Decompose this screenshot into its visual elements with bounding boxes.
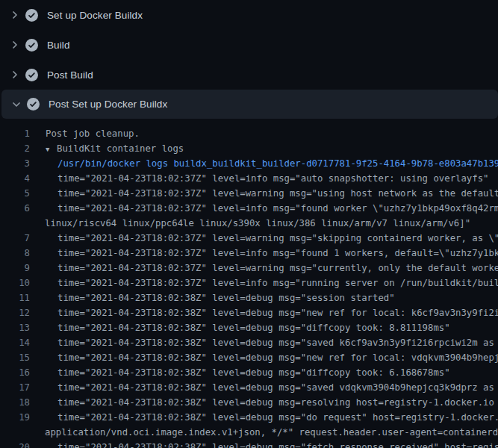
line-number[interactable]: 19 — [0, 410, 30, 425]
log-line-content: time="2021-04-23T18:02:38Z" level=debug … — [30, 320, 450, 335]
log-line-content: time="2021-04-23T18:02:38Z" level=debug … — [30, 440, 498, 448]
log-line-content: time="2021-04-23T18:02:37Z" level=info m… — [30, 201, 498, 216]
log-line-content: /usr/bin/docker logs buildx_buildkit_bui… — [30, 156, 498, 171]
chevron-down-icon — [10, 99, 22, 111]
line-number[interactable]: 11 — [0, 290, 30, 305]
step-header-set-up-docker-buildx[interactable]: Set up Docker Buildx — [0, 0, 498, 30]
log-line: 11time="2021-04-23T18:02:38Z" level=debu… — [0, 290, 498, 305]
log-line: 8time="2021-04-23T18:02:37Z" level=info … — [0, 246, 498, 261]
chevron-right-icon — [9, 39, 21, 51]
log-text: time="2021-04-23T18:02:38Z" level=debug … — [57, 323, 450, 333]
line-number[interactable]: 12 — [0, 305, 30, 320]
line-number[interactable]: 20 — [0, 440, 30, 448]
line-number — [0, 425, 30, 440]
log-line: 1Post job cleanup. — [0, 126, 498, 141]
log-text: time="2021-04-23T18:02:37Z" level=info m… — [57, 278, 498, 288]
line-number[interactable]: 4 — [0, 171, 30, 186]
chevron-right-icon — [9, 9, 21, 21]
log-line-content: time="2021-04-23T18:02:38Z" level=debug … — [30, 365, 450, 380]
step-label: Post Build — [47, 69, 93, 81]
step-header-post-set-up-docker-buildx[interactable]: Post Set up Docker Buildx — [1, 90, 498, 119]
line-number[interactable]: 5 — [0, 186, 30, 201]
log-line: 18time="2021-04-23T18:02:38Z" level=debu… — [0, 395, 498, 410]
log-text: linux/riscv64 linux/ppc64le linux/s390x … — [45, 218, 470, 228]
log-line-content: time="2021-04-23T18:02:38Z" level=debug … — [30, 290, 395, 305]
check-circle-icon — [27, 98, 40, 111]
log-text: time="2021-04-23T18:02:38Z" level=debug … — [57, 412, 498, 423]
log-text: application/vnd.oci.image.index.v1+json,… — [45, 427, 498, 438]
log-line-content: time="2021-04-23T18:02:37Z" level=warnin… — [30, 261, 498, 276]
log-text: time="2021-04-23T18:02:37Z" level=info m… — [57, 173, 488, 184]
log-line-content: application/vnd.oci.image.index.v1+json,… — [30, 425, 498, 440]
log-text: time="2021-04-23T18:02:37Z" level=info m… — [57, 248, 498, 258]
log-line: 15time="2021-04-23T18:02:38Z" level=debu… — [0, 350, 498, 365]
log-text: time="2021-04-23T18:02:38Z" level=debug … — [57, 367, 450, 378]
step-label: Post Set up Docker Buildx — [49, 99, 167, 110]
log-command-text: /usr/bin/docker logs buildx_buildkit_bui… — [57, 158, 498, 169]
log-text: time="2021-04-23T18:02:37Z" level=warnin… — [57, 233, 498, 243]
line-number[interactable]: 16 — [0, 365, 30, 380]
log-line: 10time="2021-04-23T18:02:37Z" level=info… — [0, 276, 498, 290]
log-line-content: linux/riscv64 linux/ppc64le linux/s390x … — [30, 216, 470, 231]
log-line-content: time="2021-04-23T18:02:38Z" level=debug … — [30, 335, 498, 350]
line-number[interactable]: 8 — [0, 246, 30, 261]
log-line: application/vnd.oci.image.index.v1+json,… — [0, 425, 498, 440]
log-text: time="2021-04-23T18:02:37Z" level=warnin… — [57, 188, 498, 199]
log-line-content: time="2021-04-23T18:02:38Z" level=debug … — [30, 305, 498, 320]
line-number[interactable]: 3 — [0, 156, 30, 171]
log-text: Post job cleanup. — [46, 128, 140, 139]
log-text: time="2021-04-23T18:02:38Z" level=debug … — [57, 337, 498, 348]
line-number[interactable]: 1 — [0, 126, 30, 141]
line-number[interactable]: 17 — [0, 380, 30, 395]
log-line: 20time="2021-04-23T18:02:38Z" level=debu… — [0, 440, 498, 448]
log-line-content: time="2021-04-23T18:02:37Z" level=info m… — [30, 246, 498, 261]
log-line-content: time="2021-04-23T18:02:37Z" level=info m… — [30, 276, 498, 290]
step-header-post-build[interactable]: Post Build — [0, 60, 498, 90]
log-text: time="2021-04-23T18:02:38Z" level=debug … — [57, 352, 498, 363]
log-line: 2▼BuildKit container logs — [0, 141, 498, 156]
check-circle-icon — [25, 69, 38, 81]
log-line-content: Post job cleanup. — [30, 126, 140, 141]
log-viewer: 1Post job cleanup.2▼BuildKit container l… — [0, 119, 498, 448]
line-number — [0, 216, 30, 231]
log-line-content: time="2021-04-23T18:02:37Z" level=info m… — [30, 171, 488, 186]
log-line-content: time="2021-04-23T18:02:37Z" level=warnin… — [30, 186, 498, 201]
line-number[interactable]: 6 — [0, 201, 30, 216]
log-text: time="2021-04-23T18:02:38Z" level=debug … — [57, 442, 498, 448]
log-text: time="2021-04-23T18:02:38Z" level=debug … — [57, 308, 498, 318]
log-text: time="2021-04-23T18:02:37Z" level=info m… — [57, 203, 498, 214]
line-number[interactable]: 13 — [0, 320, 30, 335]
step-label: Set up Docker Buildx — [47, 10, 143, 21]
workflow-log-panel: Set up Docker Buildx Build Post Build — [0, 0, 498, 448]
log-line-content: time="2021-04-23T18:02:38Z" level=debug … — [30, 350, 498, 365]
line-number[interactable]: 2 — [0, 141, 30, 156]
log-line-content: ▼BuildKit container logs — [30, 141, 184, 156]
log-text: time="2021-04-23T18:02:38Z" level=debug … — [57, 382, 498, 393]
line-number[interactable]: 10 — [0, 276, 30, 290]
line-number[interactable]: 15 — [0, 350, 30, 365]
check-circle-icon — [25, 9, 38, 22]
line-number[interactable]: 14 — [0, 335, 30, 350]
log-line-content: time="2021-04-23T18:02:38Z" level=debug … — [30, 380, 498, 395]
log-line: 14time="2021-04-23T18:02:38Z" level=debu… — [0, 335, 498, 350]
log-text: time="2021-04-23T18:02:38Z" level=debug … — [57, 397, 494, 408]
log-line: 13time="2021-04-23T18:02:38Z" level=debu… — [0, 320, 498, 335]
step-list: Set up Docker Buildx Build Post Build — [0, 0, 498, 119]
check-circle-icon — [25, 39, 38, 52]
line-number[interactable]: 9 — [0, 261, 30, 276]
log-line: linux/riscv64 linux/ppc64le linux/s390x … — [0, 216, 498, 231]
step-label: Build — [47, 40, 70, 51]
chevron-right-icon — [9, 69, 21, 81]
log-line: 4time="2021-04-23T18:02:37Z" level=info … — [0, 171, 498, 186]
log-line: 12time="2021-04-23T18:02:38Z" level=debu… — [0, 305, 498, 320]
log-text: time="2021-04-23T18:02:37Z" level=warnin… — [57, 263, 498, 273]
log-text: time="2021-04-23T18:02:38Z" level=debug … — [57, 293, 395, 303]
step-header-build[interactable]: Build — [0, 30, 498, 60]
line-number[interactable]: 7 — [0, 231, 30, 246]
log-line: 7time="2021-04-23T18:02:37Z" level=warni… — [0, 231, 498, 246]
log-line: 3/usr/bin/docker logs buildx_buildkit_bu… — [0, 156, 498, 171]
group-collapse-triangle-icon[interactable]: ▼ — [46, 142, 57, 156]
log-line: 17time="2021-04-23T18:02:38Z" level=debu… — [0, 380, 498, 395]
log-line-content: time="2021-04-23T18:02:38Z" level=debug … — [30, 395, 494, 410]
line-number[interactable]: 18 — [0, 395, 30, 410]
